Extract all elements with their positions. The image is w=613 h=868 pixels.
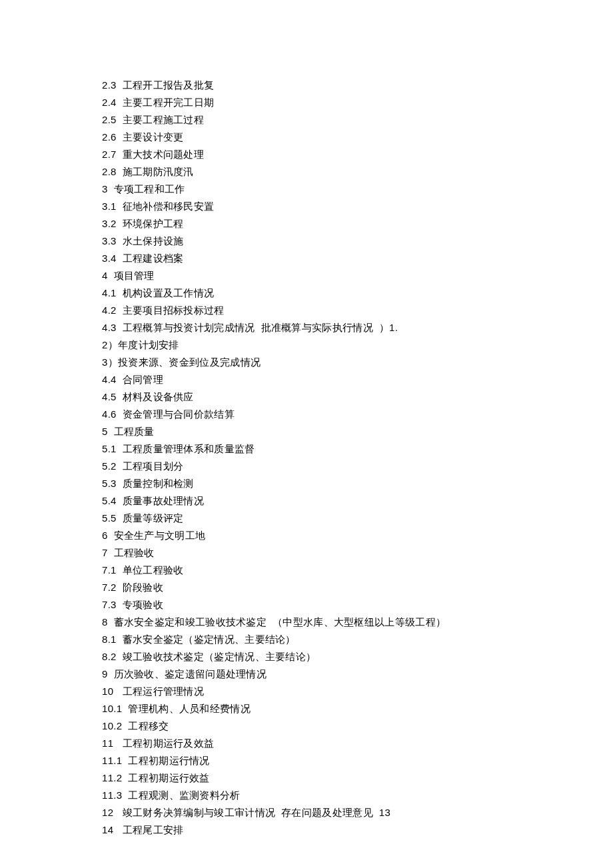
outline-line: 3.4 工程建设档案 — [102, 250, 613, 267]
outline-line: 4.5 材料及设备供应 — [102, 388, 613, 406]
outline-line: 4.4 合同管理 — [102, 371, 613, 388]
outline-line: 5.3 质量控制和检测 — [102, 475, 613, 492]
outline-line: 14 工程尾工安排 — [102, 821, 613, 839]
outline-line: 5.2 工程项目划分 — [102, 458, 613, 475]
outline-line: 9 历次验收、鉴定遗留问题处理情况 — [102, 665, 613, 683]
outline-line: 5.5 质量等级评定 — [102, 510, 613, 527]
outline-line: 4.6 资金管理与合同价款结算 — [102, 406, 613, 423]
outline-line: 2）年度计划安排 — [102, 336, 613, 354]
outline-line: 3.1 征地补偿和移民安置 — [102, 198, 613, 215]
outline-line: 10.1 管理机构、人员和经费情况 — [102, 700, 613, 717]
outline-line: 4.1 机构设置及工作情况 — [102, 284, 613, 302]
outline-line: 7.2 阶段验收 — [102, 579, 613, 596]
outline-line: 3.3 水土保持设施 — [102, 232, 613, 250]
outline-line: 2.7 重大技术问题处理 — [102, 146, 613, 163]
outline-line: 10.2 工程移交 — [102, 717, 613, 735]
outline-line: 11.3 工程观测、监测资料分析 — [102, 787, 613, 804]
outline-line: 4.3 工程概算与投资计划完成情况 批准概算与实际执行情况 ）1. — [102, 319, 613, 336]
outline-line: 8.2 竣工验收技术鉴定（鉴定情况、主要结论） — [102, 648, 613, 665]
outline-line: 7.3 专项验收 — [102, 596, 613, 614]
outline-line: 11.1 工程初期运行情况 — [102, 752, 613, 769]
outline-line: 2.5 主要工程施工过程 — [102, 111, 613, 129]
outline-line: 12 竣工财务决算编制与竣工审计情况 存在问题及处理意见 13 — [102, 804, 613, 821]
outline-line: 4 项目管理 — [102, 267, 613, 284]
outline-line: 3 专项工程和工作 — [102, 181, 613, 198]
outline-line: 10 工程运行管理情况 — [102, 683, 613, 700]
outline-line: 8.1 蓄水安全鉴定（鉴定情况、主要结论） — [102, 631, 613, 648]
outline-line: 2.3 工程开工报告及批复 — [102, 77, 613, 94]
outline-line: 5 工程质量 — [102, 423, 613, 440]
outline-line: 4.2 主要项目招标投标过程 — [102, 302, 613, 319]
outline-line: 11 工程初期运行及效益 — [102, 735, 613, 752]
outline-line: 11.2 工程初期运行效益 — [102, 769, 613, 787]
outline-line: 5.1 工程质量管理体系和质量监督 — [102, 440, 613, 458]
outline-line: 8 蓄水安全鉴定和竣工验收技术鉴定 （中型水库、大型枢纽以上等级工程） — [102, 614, 613, 631]
outline-line: 7.1 单位工程验收 — [102, 562, 613, 579]
outline-line: 7 工程验收 — [102, 544, 613, 562]
outline-line: 2.6 主要设计变更 — [102, 129, 613, 146]
outline-line: 3）投资来源、资金到位及完成情况 — [102, 354, 613, 371]
outline-line: 6 安全生产与文明工地 — [102, 527, 613, 544]
document-content: 2.3 工程开工报告及批复2.4 主要工程开完工日期2.5 主要工程施工过程2.… — [102, 77, 613, 839]
outline-line: 2.8 施工期防汛度汛 — [102, 163, 613, 181]
outline-line: 2.4 主要工程开完工日期 — [102, 94, 613, 111]
outline-line: 5.4 质量事故处理情况 — [102, 492, 613, 510]
outline-line: 3.2 环境保护工程 — [102, 215, 613, 232]
